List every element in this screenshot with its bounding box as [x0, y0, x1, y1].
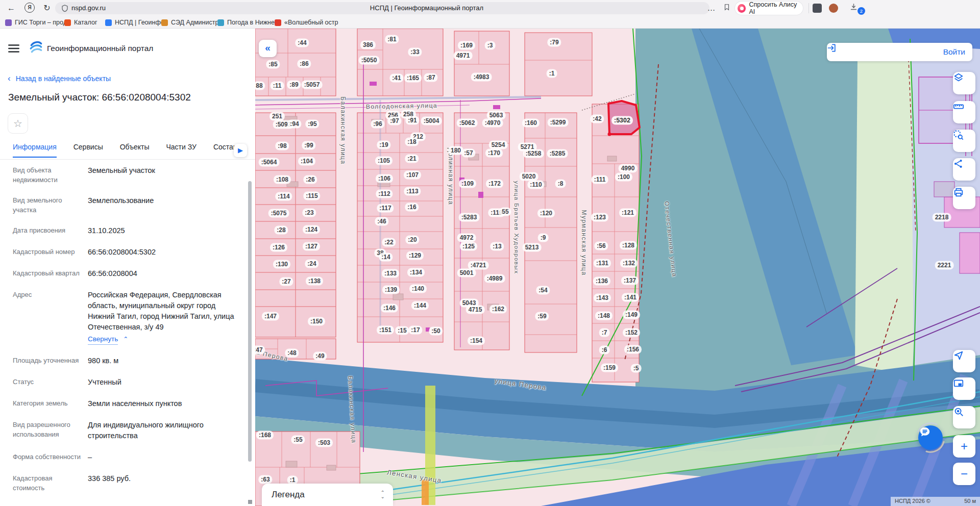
- parcel-label[interactable]: :21: [405, 155, 419, 163]
- favorite-star-button[interactable]: ☆: [8, 113, 28, 134]
- parcel-label[interactable]: :6: [599, 346, 610, 355]
- parcel-label[interactable]: :23: [302, 209, 316, 217]
- print-button[interactable]: [953, 187, 975, 209]
- parcel-label[interactable]: :81: [385, 35, 399, 44]
- parcel-label[interactable]: :5062: [457, 119, 478, 128]
- parcel-label[interactable]: :11: [271, 82, 284, 90]
- parcel-label[interactable]: :56: [594, 242, 608, 250]
- parcel-label[interactable]: :146: [381, 304, 398, 313]
- parcel-label[interactable]: 4715: [466, 306, 485, 314]
- parcel-label[interactable]: :54: [536, 286, 550, 295]
- address-bar[interactable]: nspd.gov.ru НСПД | Геоинформационный пор…: [55, 2, 709, 14]
- parcel-label[interactable]: :59: [535, 312, 549, 321]
- parcel-label[interactable]: :125: [460, 242, 477, 251]
- parcel-label[interactable]: 251: [270, 112, 285, 121]
- parcel-label[interactable]: :1: [287, 476, 298, 485]
- tab-Информация[interactable]: Информация: [13, 143, 57, 158]
- parcel-label[interactable]: :156: [624, 345, 642, 354]
- parcel-label[interactable]: :79: [547, 38, 561, 47]
- parcel-label[interactable]: :137: [621, 276, 639, 285]
- parcel-label[interactable]: :5299: [548, 118, 569, 127]
- parcel-label[interactable]: :13: [490, 242, 504, 251]
- parcel-label[interactable]: :87: [424, 73, 437, 82]
- extension-icon[interactable]: [813, 4, 822, 13]
- parcel-label[interactable]: :14: [379, 253, 393, 262]
- parcel-label[interactable]: :24: [305, 260, 318, 268]
- collapse-address-link[interactable]: Свернуть: [88, 334, 118, 345]
- chat-assistant-button[interactable]: [914, 421, 947, 454]
- parcel-label[interactable]: :95: [305, 120, 319, 129]
- parcel-label[interactable]: :107: [404, 171, 421, 180]
- parcel-label[interactable]: :162: [489, 305, 507, 314]
- panel-scrollbar[interactable]: [248, 181, 252, 462]
- legend-expand-toggle[interactable]: ⌃⌄: [381, 491, 385, 499]
- parcel-label[interactable]: :20: [405, 236, 419, 244]
- parcel-label[interactable]: 5254: [489, 141, 508, 149]
- bookmark-flag-icon[interactable]: [721, 3, 733, 15]
- parcel-label[interactable]: :136: [593, 277, 610, 286]
- parcel-label[interactable]: :91: [405, 116, 419, 125]
- parcel-label[interactable]: 55: [499, 208, 511, 216]
- chevron-up-icon[interactable]: ⌃: [123, 336, 128, 343]
- zoom-out-button[interactable]: −: [953, 463, 975, 485]
- parcel-label[interactable]: :96: [371, 120, 384, 129]
- parcel-label[interactable]: :7: [599, 328, 610, 337]
- parcel-label[interactable]: :16: [405, 203, 419, 212]
- map-canvas[interactable]: Волгодонская улицаБалакинская улицаБалак…: [255, 29, 980, 506]
- parcel-label[interactable]: :154: [468, 337, 485, 345]
- parcel-label[interactable]: :63: [258, 475, 272, 484]
- parcel-label[interactable]: :105: [375, 157, 393, 165]
- profile-extension-icon[interactable]: [829, 4, 838, 13]
- parcel-label[interactable]: :97: [387, 117, 401, 125]
- overview-map-button[interactable]: [953, 377, 975, 400]
- back-icon[interactable]: ←: [5, 2, 17, 14]
- parcel-label[interactable]: 88: [255, 82, 265, 90]
- parcel-label[interactable]: :19: [377, 141, 390, 149]
- selected-parcel-label[interactable]: :5302: [611, 116, 633, 125]
- parcel-label[interactable]: :148: [595, 312, 612, 320]
- parcel-label[interactable]: :160: [522, 119, 540, 128]
- parcel-label[interactable]: 4972: [457, 234, 476, 242]
- bookmark-item[interactable]: НСПД | Геоинфор: [105, 17, 168, 28]
- parcel-label[interactable]: 4971: [454, 52, 473, 60]
- measure-button[interactable]: [953, 101, 975, 123]
- site-shield-icon[interactable]: [61, 5, 68, 14]
- zoom-in-button[interactable]: +: [953, 435, 975, 458]
- parcel-label[interactable]: :143: [594, 294, 611, 302]
- bookmark-item[interactable]: СЭД Администра: [161, 17, 222, 28]
- parcel-label[interactable]: :5050: [359, 56, 380, 65]
- ask-alice-button[interactable]: Спросить Алису AI: [735, 2, 803, 15]
- parcel-label[interactable]: :27: [279, 277, 293, 286]
- yandex-browser-icon[interactable]: Я: [24, 3, 35, 13]
- parcel-label[interactable]: :3: [485, 41, 496, 50]
- parcel-label[interactable]: :106: [376, 174, 393, 183]
- share-button[interactable]: [953, 158, 975, 181]
- parcel-label[interactable]: :112: [376, 190, 393, 198]
- parcel-label[interactable]: :128: [620, 241, 637, 250]
- parcel-label[interactable]: :120: [537, 209, 555, 218]
- parcel-label[interactable]: :5064: [259, 158, 280, 167]
- select-objects-button[interactable]: [953, 130, 975, 152]
- parcel-label[interactable]: :121: [619, 209, 636, 217]
- parcel-label[interactable]: :89: [287, 81, 301, 89]
- parcel-label[interactable]: 5020: [520, 172, 538, 181]
- bookmark-item[interactable]: «Волшебный остр: [275, 17, 338, 28]
- parcel-label[interactable]: :138: [306, 277, 323, 286]
- tab-Сервисы[interactable]: Сервисы: [74, 143, 103, 158]
- tab-Части ЗУ[interactable]: Части ЗУ: [166, 143, 196, 158]
- parcel-label[interactable]: 2218: [933, 213, 951, 222]
- parcel-label[interactable]: :17: [408, 326, 422, 335]
- parcel-label[interactable]: :147: [262, 312, 279, 321]
- parcel-label[interactable]: :503: [315, 439, 333, 447]
- parcel-label[interactable]: :152: [623, 328, 640, 337]
- back-to-results-link[interactable]: ‹Назад в найденные объекты: [8, 73, 111, 84]
- parcel-label[interactable]: :28: [274, 226, 288, 235]
- parcel-label[interactable]: :33: [408, 48, 422, 57]
- parcel-label[interactable]: :55: [291, 436, 305, 444]
- parcel-label[interactable]: :44: [295, 39, 309, 47]
- bookmark-item[interactable]: Погода в Нижнем: [217, 17, 279, 28]
- parcel-label[interactable]: :41: [389, 74, 403, 83]
- parcel-label[interactable]: :15: [395, 326, 409, 335]
- parcel-label[interactable]: :4983: [471, 73, 492, 82]
- parcel-label[interactable]: :26: [303, 175, 317, 184]
